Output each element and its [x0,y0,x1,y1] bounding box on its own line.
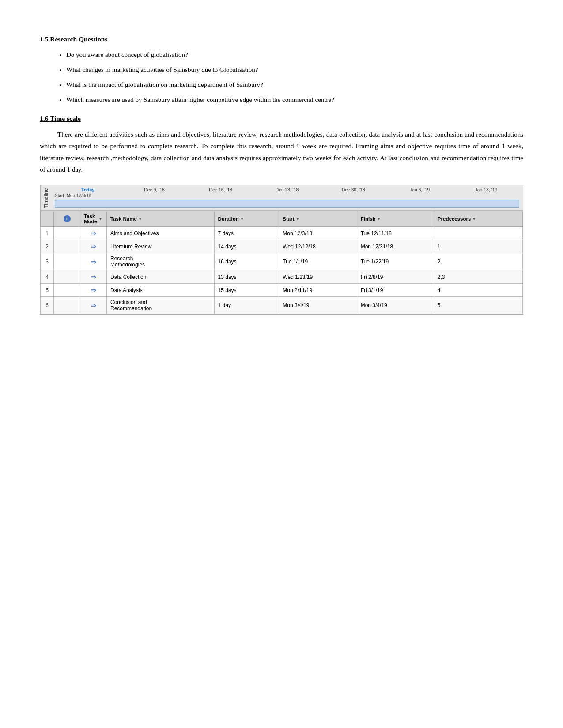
start-cell: Mon 2/11/19 [279,284,357,297]
finish-cell: Tue 12/11/18 [357,227,434,240]
date-4: Dec 30, '18 [320,187,386,192]
predecessors-sort-icon: ▼ [472,217,476,221]
duration-cell: 1 day [214,297,279,314]
th-task-name-label: Task Name [110,216,137,221]
task-mode-icon: ⇒ [91,258,96,266]
finish-cell: Tue 1/22/19 [357,253,434,270]
row-info-cell [54,297,80,314]
table-row: 3⇒Research Methodologies16 daysTue 1/1/1… [41,253,523,270]
row-number: 2 [41,240,54,253]
row-info-cell [54,240,80,253]
timeline-label: Timeline [40,185,51,210]
th-finish: Finish ▼ [357,211,434,227]
task-mode-cell: ⇒ [80,253,107,270]
row-info-cell [54,284,80,297]
task-name-cell: Conclusion and Recommendation [107,297,215,314]
start-cell: Wed 1/23/19 [279,270,357,284]
today-item: Today [55,187,121,192]
predecessors-cell [434,227,522,240]
task-name-cell: Data Analysis [107,284,215,297]
finish-cell: Fri 3/1/19 [357,284,434,297]
table-row: 2⇒Literature Review14 daysWed 12/12/18Mo… [41,240,523,253]
bullet-item: Which measures are used by Sainsbury att… [66,94,523,105]
th-finish-label: Finish [361,216,376,221]
task-mode-cell: ⇒ [80,270,107,284]
table-row: 1⇒Aims and Objectives7 daysMon 12/3/18Tu… [41,227,523,240]
start-date: Mon 12/3/18 [67,193,91,198]
th-rownum [41,211,54,227]
date-1: Dec 9, '18 [121,187,187,192]
predecessors-cell: 2,3 [434,270,522,284]
row-number: 4 [41,270,54,284]
th-predecessors: Predecessors ▼ [434,211,522,227]
finish-cell: Mon 12/31/18 [357,240,434,253]
timeline-dates-top: Today Dec 9, '18 Dec 16, '18 Dec 23, '18… [55,187,519,192]
table-row: 4⇒Data Collection13 daysWed 1/23/19Fri 2… [41,270,523,284]
date-3: Dec 23, '18 [254,187,320,192]
row-number: 5 [41,284,54,297]
predecessors-cell: 5 [434,297,522,314]
th-start: Start ▼ [279,211,357,227]
duration-sort-icon: ▼ [240,217,244,221]
start-cell: Mon 3/4/19 [279,297,357,314]
table-row: 5⇒Data Analysis15 daysMon 2/11/19Fri 3/1… [41,284,523,297]
task-mode-icon: ⇒ [91,302,96,309]
th-task-mode: TaskMode ▼ [80,211,107,227]
row-number: 6 [41,297,54,314]
th-duration-label: Duration [218,216,239,221]
section-1-6: 1.6 Time scale There are different activ… [40,115,523,175]
start-cell: Wed 12/12/18 [279,240,357,253]
date-6: Jan 13, '19 [453,187,519,192]
task-mode-icon: ⇒ [91,273,96,281]
th-duration: Duration ▼ [214,211,279,227]
predecessors-cell: 2 [434,253,522,270]
task-mode-icon: ⇒ [91,229,96,237]
th-info: i [54,211,80,227]
body-paragraph: There are different activities such as a… [40,129,523,175]
task-name-cell: Aims and Objectives [107,227,215,240]
task-mode-cell: ⇒ [80,297,107,314]
date-2: Dec 16, '18 [188,187,254,192]
row-number: 3 [41,253,54,270]
bullet-item: What changes in marketing activities of … [66,64,523,75]
bullet-item: What is the impact of globalisation on m… [66,79,523,90]
table-row: 6⇒Conclusion and Recommendation1 dayMon … [41,297,523,314]
task-mode-sort-icon: ▼ [98,217,102,221]
bullet-list: Do you aware about concept of globalisat… [66,49,523,105]
row-number: 1 [41,227,54,240]
duration-cell: 13 days [214,270,279,284]
start-cell: Mon 12/3/18 [279,227,357,240]
duration-cell: 15 days [214,284,279,297]
task-mode-cell: ⇒ [80,284,107,297]
start-cell: Tue 1/1/19 [279,253,357,270]
duration-cell: 7 days [214,227,279,240]
start-label: Start [55,193,64,198]
task-name-cell: Data Collection [107,270,215,284]
duration-cell: 16 days [214,253,279,270]
timeline-bar: Timeline Today Dec 9, '18 Dec 16, '18 De… [40,185,523,211]
section-heading-1-6: 1.6 Time scale [40,115,523,123]
row-info-cell [54,270,80,284]
row-info-cell [54,253,80,270]
gantt-table: i TaskMode ▼ Task Name ▼ Durati [40,211,523,314]
th-task-name: Task Name ▼ [107,211,215,227]
th-task-mode-label: TaskMode [84,214,97,224]
finish-cell: Mon 3/4/19 [357,297,434,314]
gantt-bar-visual [55,200,519,208]
bullet-item: Do you aware about concept of globalisat… [66,49,523,60]
table-header-row: i TaskMode ▼ Task Name ▼ Durati [41,211,523,227]
task-mode-icon: ⇒ [91,286,96,294]
row-info-cell [54,227,80,240]
th-start-label: Start [283,216,294,221]
task-mode-cell: ⇒ [80,240,107,253]
finish-cell: Fri 2/8/19 [357,270,434,284]
predecessors-cell: 4 [434,284,522,297]
date-5: Jan 6, '19 [386,187,453,192]
gantt-chart: Timeline Today Dec 9, '18 Dec 16, '18 De… [40,185,523,315]
timeline-dates-area: Today Dec 9, '18 Dec 16, '18 Dec 23, '18… [51,185,523,210]
section-1-5: 1.5 Research Questions Do you aware abou… [40,35,523,105]
task-name-cell: Research Methodologies [107,253,215,270]
today-label: Today [81,187,94,192]
predecessors-cell: 1 [434,240,522,253]
info-icon: i [64,215,71,222]
